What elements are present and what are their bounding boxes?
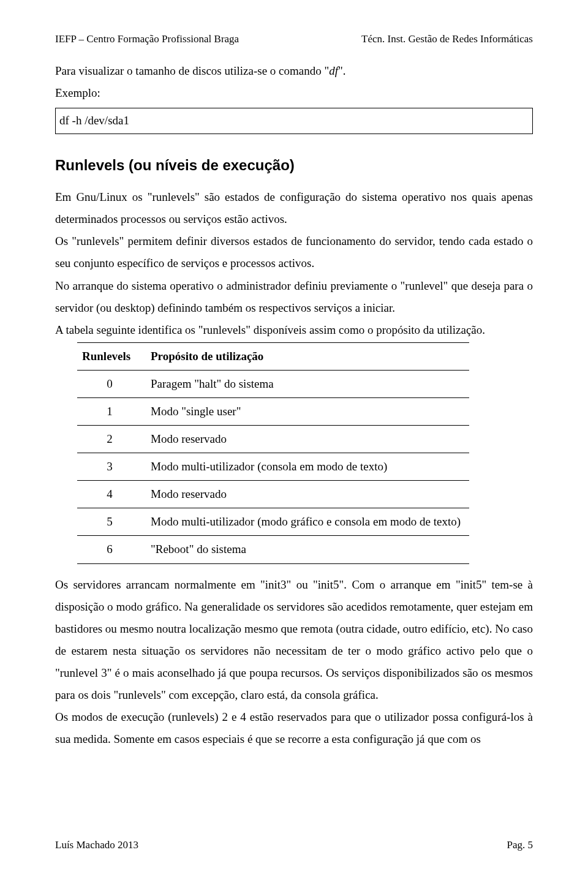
paragraph-2: Os "runlevels" permitem definir diversos… — [55, 230, 533, 274]
cell-desc: Modo reservado — [146, 426, 469, 453]
col-purpose: Propósito de utilização — [146, 342, 469, 370]
table-row: 1 Modo "single user" — [77, 398, 469, 426]
table-row: 5 Modo multi-utilizador (modo gráfico e … — [77, 508, 469, 536]
intro-prefix: Para visualizar o tamanho de discos util… — [55, 64, 329, 77]
after-paragraph-2: Os modos de execução (runlevels) 2 e 4 e… — [55, 706, 533, 750]
table-row: 0 Paragem "halt" do sistema — [77, 370, 469, 397]
table-row: 3 Modo multi-utilizador (consola em modo… — [77, 453, 469, 481]
command-box: df -h /dev/sda1 — [55, 108, 533, 134]
header-right: Técn. Inst. Gestão de Redes Informáticas — [361, 29, 533, 49]
section-title: Runlevels (ou níveis de execução) — [55, 151, 533, 179]
header-left: IEFP – Centro Formação Profissional Brag… — [55, 29, 239, 49]
runlevels-table: Runlevels Propósito de utilização 0 Para… — [77, 342, 469, 564]
paragraph-3: No arranque do sistema operativo o admin… — [55, 275, 533, 319]
cell-level: 6 — [77, 536, 146, 563]
paragraph-4: A tabela seguinte identifica os "runleve… — [55, 319, 533, 341]
cell-level: 1 — [77, 398, 146, 426]
cell-level: 2 — [77, 426, 146, 453]
table-row: 6 "Reboot" do sistema — [77, 536, 469, 563]
paragraph-1: Em Gnu/Linux os "runlevels" são estados … — [55, 186, 533, 230]
cell-desc: Modo multi-utilizador (modo gráfico e co… — [146, 508, 469, 536]
cell-level: 5 — [77, 508, 146, 536]
table-row: 2 Modo reservado — [77, 426, 469, 453]
cell-desc: Modo multi-utilizador (consola em modo d… — [146, 453, 469, 481]
cell-level: 3 — [77, 453, 146, 481]
cell-desc: Paragem "halt" do sistema — [146, 370, 469, 397]
cell-level: 0 — [77, 370, 146, 397]
table-row: 4 Modo reservado — [77, 481, 469, 508]
intro-suffix: ". — [338, 64, 346, 77]
intro-line: Para visualizar o tamanho de discos util… — [55, 60, 533, 82]
col-runlevels: Runlevels — [77, 342, 146, 370]
intro-cmd: df — [329, 64, 338, 77]
cell-level: 4 — [77, 481, 146, 508]
example-label: Exemplo: — [55, 82, 533, 104]
table-header-row: Runlevels Propósito de utilização — [77, 342, 469, 370]
page-footer: Luís Machado 2013 Pag. 5 — [55, 835, 533, 855]
page: IEFP – Centro Formação Profissional Brag… — [0, 0, 588, 877]
after-paragraph-1: Os servidores arrancam normalmente em "i… — [55, 574, 533, 707]
cell-desc: Modo "single user" — [146, 398, 469, 426]
footer-right: Pag. 5 — [507, 835, 533, 855]
cell-desc: Modo reservado — [146, 481, 469, 508]
page-header: IEFP – Centro Formação Profissional Brag… — [55, 29, 533, 49]
footer-left: Luís Machado 2013 — [55, 835, 138, 855]
cell-desc: "Reboot" do sistema — [146, 536, 469, 563]
